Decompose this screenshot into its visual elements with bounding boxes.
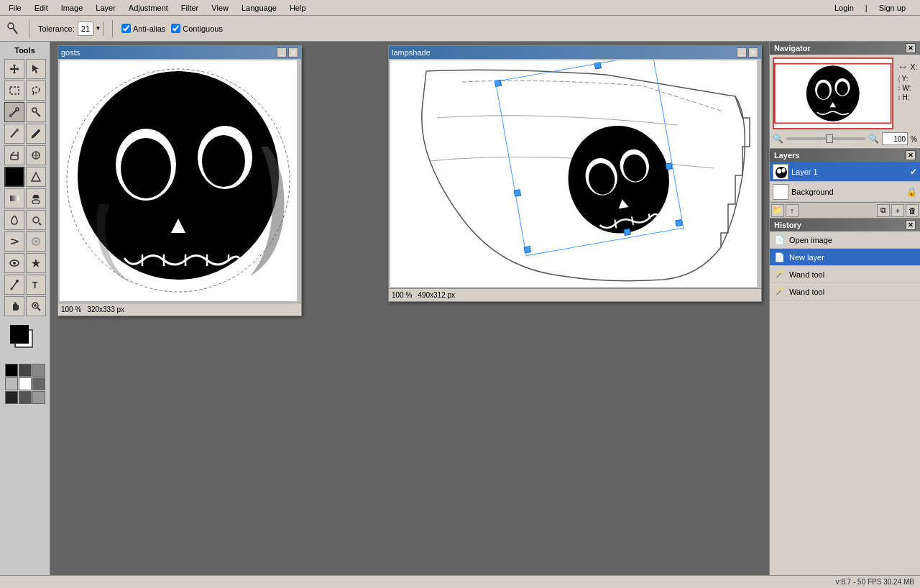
navigator-title-bar: Navigator ✕	[770, 42, 920, 55]
wand-tool-icon[interactable]	[4, 21, 20, 37]
gosts-canvas[interactable]	[60, 60, 297, 301]
preset-gray3[interactable]	[5, 377, 18, 390]
svg-point-44	[202, 135, 245, 187]
tool-lasso[interactable]	[26, 81, 46, 101]
tool-eyedropper[interactable]	[4, 102, 24, 122]
layers-add-group[interactable]: 📁	[771, 204, 784, 217]
tolerance-arrow[interactable]: ▼	[93, 22, 103, 36]
preset-dark[interactable]	[5, 391, 18, 404]
preset-light[interactable]	[32, 391, 45, 404]
zoom-handle[interactable]	[826, 134, 833, 143]
tool-fg-color[interactable]	[4, 167, 24, 187]
menu-view[interactable]: View	[206, 2, 234, 14]
menu-image[interactable]: Image	[55, 2, 89, 14]
svg-point-22	[32, 200, 40, 204]
layer-name-bg: Background	[791, 188, 903, 196]
lampshade-footer: 100 % 490x312 px	[389, 288, 761, 301]
tool-rect-select[interactable]	[4, 81, 24, 101]
history-item-1[interactable]: 📄 New layer	[770, 249, 920, 266]
contiguous-checkbox[interactable]	[171, 24, 180, 33]
svg-point-71	[806, 65, 860, 121]
lampshade-close[interactable]: ✕	[748, 47, 758, 58]
menu-adjustment[interactable]: Adjustment	[123, 2, 174, 14]
status-text: v:8.7 - 50 FPS 30.24 MB	[836, 578, 915, 586]
tool-eraser[interactable]	[4, 145, 24, 165]
layers-controls: ✕	[906, 150, 916, 160]
preset-white[interactable]	[19, 377, 32, 390]
svg-point-79	[776, 167, 787, 178]
tool-hand[interactable]	[4, 296, 24, 316]
menu-auth: Login | Sign up	[829, 2, 917, 14]
layers-copy[interactable]: ⧉	[877, 204, 890, 217]
gosts-minimize[interactable]: _	[277, 47, 287, 58]
tool-dodge[interactable]	[26, 210, 46, 230]
menu-edit[interactable]: Edit	[29, 2, 54, 14]
tool-pick[interactable]	[26, 59, 46, 79]
fg-color-swatch[interactable]	[10, 325, 29, 344]
tool-brush[interactable]	[4, 124, 24, 144]
preset-mid[interactable]	[19, 391, 32, 404]
svg-point-80	[777, 168, 781, 173]
contiguous-label: Contiguous	[183, 24, 223, 33]
tools-grid: T	[3, 59, 47, 316]
menu-language[interactable]: Language	[236, 2, 282, 14]
tool-zoom[interactable]	[26, 296, 46, 316]
preset-gray2[interactable]	[32, 364, 45, 377]
antialias-checkbox[interactable]	[121, 24, 131, 33]
layers-close[interactable]: ✕	[906, 150, 916, 160]
tolerance-select[interactable]: 21 ▼	[78, 22, 104, 36]
tool-gradient[interactable]	[4, 188, 24, 208]
tool-blur[interactable]	[26, 231, 46, 252]
layers-delete[interactable]: 🗑	[906, 204, 919, 217]
preset-extra[interactable]	[32, 377, 45, 390]
svg-rect-68	[676, 220, 682, 226]
menu-filter[interactable]: Filter	[175, 2, 204, 14]
login-link[interactable]: Login	[829, 2, 860, 14]
tool-bucket[interactable]	[26, 188, 46, 208]
tool-text[interactable]: T	[26, 275, 46, 295]
lampshade-title-bar[interactable]: lampshade _ ✕	[389, 46, 761, 59]
tool-smudge[interactable]	[4, 231, 24, 252]
menu-help[interactable]: Help	[284, 2, 312, 14]
history-close[interactable]: ✕	[906, 220, 916, 230]
preset-gray1[interactable]	[19, 364, 32, 377]
layers-add[interactable]: +	[891, 204, 904, 217]
svg-rect-21	[10, 196, 19, 201]
tool-clone[interactable]	[26, 145, 46, 165]
layer-row-1[interactable]: Layer 1 ✔	[770, 162, 920, 182]
tool-eye[interactable]	[4, 253, 24, 273]
tools-title: Tools	[3, 45, 47, 58]
menu-separator: |	[865, 4, 868, 12]
history-item-0[interactable]: 📄 Open image	[770, 231, 920, 249]
navigator-preview[interactable]	[773, 58, 893, 129]
layer-thumb-bg	[773, 184, 788, 200]
zoom-input[interactable]: 100	[882, 132, 908, 145]
signup-link[interactable]: Sign up	[873, 2, 911, 14]
tool-move[interactable]	[4, 59, 24, 79]
preset-black[interactable]	[5, 364, 18, 377]
zoom-in-icon[interactable]: 🔍	[868, 134, 879, 144]
svg-point-9	[16, 108, 19, 111]
zoom-out-icon[interactable]: 🔍	[773, 134, 783, 144]
svg-point-32	[10, 288, 12, 290]
lampshade-canvas[interactable]	[390, 60, 757, 287]
tool-pen[interactable]	[4, 275, 24, 295]
gosts-close[interactable]: ✕	[288, 47, 298, 58]
lampshade-minimize[interactable]: _	[737, 47, 747, 58]
layer-row-bg[interactable]: Background 🔒	[770, 182, 920, 202]
tool-burn[interactable]	[4, 210, 24, 230]
zoom-slider[interactable]	[786, 137, 865, 140]
tool-magic-wand[interactable]	[26, 102, 46, 122]
color-swatches	[3, 322, 47, 404]
menu-file[interactable]: File	[3, 2, 27, 14]
layers-up[interactable]: ↑	[786, 204, 799, 217]
history-item-3[interactable]: 🪄 Wand tool	[770, 283, 920, 300]
menu-layer[interactable]: Layer	[90, 2, 121, 14]
tool-star[interactable]	[26, 253, 46, 273]
layer-name-1: Layer 1	[791, 167, 907, 176]
tool-pencil[interactable]	[26, 124, 46, 144]
tool-shape[interactable]	[26, 167, 46, 187]
navigator-close[interactable]: ✕	[906, 43, 916, 53]
history-item-2[interactable]: 🪄 Wand tool	[770, 266, 920, 283]
gosts-title-bar[interactable]: gosts _ ✕	[58, 46, 301, 59]
